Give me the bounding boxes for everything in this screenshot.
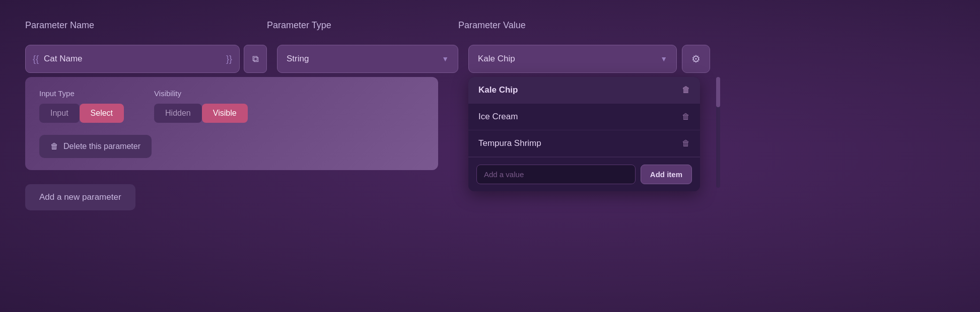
param-name-section: {{ }} ⧉ Input Type Input Select xyxy=(25,45,267,170)
visibility-hidden-btn[interactable]: Hidden xyxy=(154,104,202,123)
value-dropdown-panel: Kale Chip 🗑 Ice Cream 🗑 Tempura Shrimp 🗑… xyxy=(468,77,700,191)
visibility-toggles: Hidden Visible xyxy=(154,104,248,123)
param-type-header: Parameter Type xyxy=(267,20,458,31)
delete-param-button[interactable]: 🗑 Delete this parameter xyxy=(39,135,152,158)
delete-tempura-shrimp-icon[interactable]: 🗑 xyxy=(682,139,690,148)
delete-label: Delete this parameter xyxy=(63,142,141,151)
input-type-label: Input Type xyxy=(39,89,124,98)
delete-kale-chip-icon[interactable]: 🗑 xyxy=(682,86,690,95)
param-type-value: String xyxy=(287,54,309,64)
delete-ice-cream-icon[interactable]: 🗑 xyxy=(682,112,690,121)
columns-header: Parameter Name Parameter Type Parameter … xyxy=(25,20,955,31)
page-container: Parameter Name Parameter Type Parameter … xyxy=(25,20,955,210)
param-name-input[interactable] xyxy=(44,54,221,64)
settings-icon: ⚙ xyxy=(691,53,701,65)
input-type-group: Input Type Input Select xyxy=(39,89,124,123)
param-value-dropdown[interactable]: Kale Chip ▼ xyxy=(468,45,677,73)
visibility-visible-btn[interactable]: Visible xyxy=(202,104,248,123)
visibility-label: Visibility xyxy=(154,89,248,98)
expanded-panel: Input Type Input Select Visibility Hidde… xyxy=(25,77,438,170)
dropdown-item-label: Ice Cream xyxy=(478,112,518,122)
param-type-chevron: ▼ xyxy=(442,55,449,63)
param-value-header: Parameter Value xyxy=(458,20,710,31)
scrollbar-track xyxy=(716,77,720,188)
value-row: Kale Chip ▼ ⚙ xyxy=(468,45,710,73)
param-value-section: Kale Chip ▼ ⚙ Kale Chip 🗑 Ice Cream 🗑 xyxy=(458,45,710,73)
param-type-dropdown[interactable]: String ▼ xyxy=(277,45,458,73)
brace-close: }} xyxy=(226,54,232,64)
param-value-chevron: ▼ xyxy=(660,55,667,63)
settings-button[interactable]: ⚙ xyxy=(682,45,710,73)
param-type-section: String ▼ xyxy=(267,45,458,73)
scrollbar-thumb xyxy=(716,77,720,107)
dropdown-item-label: Tempura Shrimp xyxy=(478,138,541,148)
copy-button[interactable]: ⧉ xyxy=(244,45,267,73)
add-value-input[interactable] xyxy=(476,165,636,184)
input-type-toggles: Input Select xyxy=(39,104,124,123)
dropdown-item-kale-chip[interactable]: Kale Chip 🗑 xyxy=(468,77,700,104)
add-new-param-button[interactable]: Add a new parameter xyxy=(25,184,135,210)
param-name-field: {{ }} xyxy=(25,45,240,73)
add-value-row: Add item xyxy=(468,157,700,191)
param-row: {{ }} ⧉ Input Type Input Select xyxy=(25,45,955,170)
dropdown-item-ice-cream[interactable]: Ice Cream 🗑 xyxy=(468,104,700,130)
input-type-select-btn[interactable]: Select xyxy=(80,104,124,123)
input-type-input-btn[interactable]: Input xyxy=(39,104,80,123)
dropdown-item-tempura-shrimp[interactable]: Tempura Shrimp 🗑 xyxy=(468,130,700,157)
panel-options-row: Input Type Input Select Visibility Hidde… xyxy=(39,89,424,123)
dropdown-item-label: Kale Chip xyxy=(478,85,518,95)
brace-open: {{ xyxy=(33,54,39,64)
param-name-header: Parameter Name xyxy=(25,20,267,31)
delete-trash-icon: 🗑 xyxy=(50,142,58,151)
visibility-group: Visibility Hidden Visible xyxy=(154,89,248,123)
param-name-input-row: {{ }} ⧉ xyxy=(25,45,267,73)
copy-icon: ⧉ xyxy=(252,54,259,64)
add-item-button[interactable]: Add item xyxy=(641,165,692,184)
param-value-selected: Kale Chip xyxy=(478,54,515,64)
